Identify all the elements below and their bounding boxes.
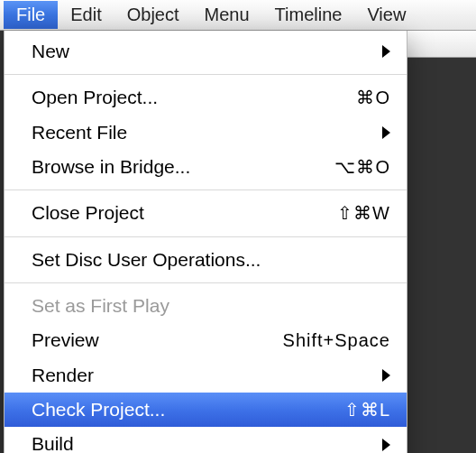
chevron-right-icon xyxy=(382,369,390,382)
menu-item-render[interactable]: Render xyxy=(5,358,407,393)
menu-separator xyxy=(5,190,407,190)
menu-shortcut: Shift+Space xyxy=(283,328,390,353)
chevron-right-icon xyxy=(382,439,390,451)
menu-item-recent-file[interactable]: Recent File xyxy=(5,116,407,150)
menu-shortcut: ⇧⌘L xyxy=(300,398,390,422)
menu-item-close-project[interactable]: Close Project ⇧⌘W xyxy=(5,196,407,230)
toolbar-strip xyxy=(407,31,476,58)
menubar-item-file[interactable]: File xyxy=(4,1,58,29)
menubar: File Edit Object Menu Timeline View xyxy=(0,0,476,31)
menubar-item-menu[interactable]: Menu xyxy=(192,1,262,29)
menu-separator xyxy=(5,282,407,283)
menu-label: Close Project xyxy=(32,200,300,226)
menu-shortcut: ⌥⌘O xyxy=(300,155,390,180)
menu-item-build[interactable]: Build xyxy=(5,427,407,453)
menu-label: New xyxy=(32,39,371,64)
menu-label: Render xyxy=(32,363,371,388)
menubar-item-view[interactable]: View xyxy=(354,1,418,29)
menubar-item-edit[interactable]: Edit xyxy=(58,1,114,29)
menu-separator xyxy=(5,236,407,237)
menu-item-set-as-first-play: Set as First Play xyxy=(5,289,407,323)
menu-label: Set Disc User Operations... xyxy=(32,247,390,273)
menu-shortcut: ⌘O xyxy=(300,86,390,110)
menu-item-preview[interactable]: Preview Shift+Space xyxy=(5,323,407,357)
menubar-item-timeline[interactable]: Timeline xyxy=(262,1,355,29)
chevron-right-icon xyxy=(382,126,390,139)
menu-item-new[interactable]: New xyxy=(5,34,407,69)
file-menu-dropdown: New Open Project... ⌘O Recent File Brows… xyxy=(4,31,407,453)
menu-shortcut: ⇧⌘W xyxy=(300,201,390,226)
menu-label: Set as First Play xyxy=(32,293,390,319)
menu-label: Recent File xyxy=(32,120,371,145)
menu-item-browse-in-bridge[interactable]: Browse in Bridge... ⌥⌘O xyxy=(5,150,407,184)
menu-item-open-project[interactable]: Open Project... ⌘O xyxy=(5,80,407,115)
menu-label: Browse in Bridge... xyxy=(32,154,300,180)
menu-label: Build xyxy=(32,431,371,453)
chevron-right-icon xyxy=(382,45,390,58)
menu-label: Check Project... xyxy=(32,397,300,422)
menu-item-check-project[interactable]: Check Project... ⇧⌘L xyxy=(5,393,407,427)
menu-label: Preview xyxy=(32,328,283,353)
menubar-item-object[interactable]: Object xyxy=(114,1,192,29)
menu-label: Open Project... xyxy=(32,85,300,110)
menu-separator xyxy=(5,74,407,75)
menu-item-set-disc-user-operations[interactable]: Set Disc User Operations... xyxy=(5,243,407,277)
